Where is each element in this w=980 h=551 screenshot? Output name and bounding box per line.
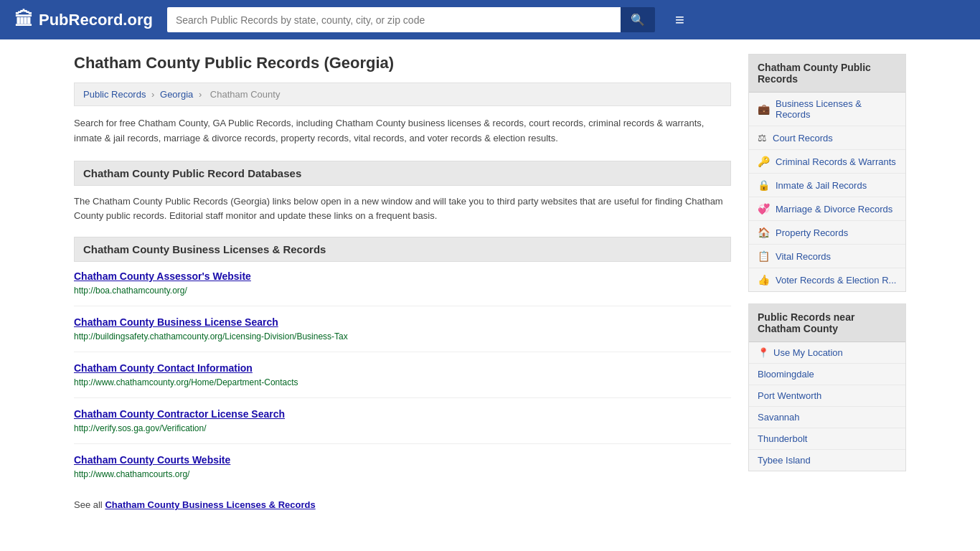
record-link[interactable]: Chatham County Business License Search	[74, 316, 731, 328]
record-link[interactable]: Chatham County Assessor's Website	[74, 270, 731, 282]
record-type-icon: ⚖	[758, 132, 767, 143]
nearby-place-item[interactable]: Tybee Island	[749, 450, 905, 471]
nearby-place-item[interactable]: Bloomingdale	[749, 364, 905, 385]
record-type-icon: 🔒	[758, 179, 770, 191]
sidebar-record-item[interactable]: 👍 Voter Records & Election R...	[749, 268, 905, 291]
record-entry: Chatham County Business License Search h…	[74, 316, 731, 352]
sidebar-record-label: Inmate & Jail Records	[776, 180, 867, 191]
sidebar-record-item[interactable]: 🔒 Inmate & Jail Records	[749, 174, 905, 197]
business-section-header: Chatham County Business Licenses & Recor…	[74, 237, 731, 262]
sidebar-record-item[interactable]: 🏠 Property Records	[749, 221, 905, 245]
record-url[interactable]: http://verify.sos.ga.gov/Verification/	[74, 423, 207, 433]
content-area: Chatham County Public Records (Georgia) …	[74, 54, 731, 510]
breadcrumb-link-georgia[interactable]: Georgia	[160, 89, 193, 100]
record-link[interactable]: Chatham County Courts Website	[74, 454, 731, 466]
sidebar: Chatham County Public Records 💼 Business…	[748, 54, 906, 510]
breadcrumb-link-public-records[interactable]: Public Records	[83, 89, 146, 100]
sidebar-record-item[interactable]: 📋 Vital Records	[749, 245, 905, 268]
record-type-icon: 📋	[758, 250, 770, 262]
record-url[interactable]: http://boa.chathamcounty.org/	[74, 286, 187, 296]
breadcrumb-separator-1: ›	[151, 89, 157, 100]
record-type-icon: 💞	[758, 203, 770, 215]
search-input[interactable]	[167, 7, 621, 32]
sidebar-record-label: Business Licenses & Records	[776, 98, 897, 120]
record-type-icon: 💼	[758, 103, 770, 115]
databases-section-desc: The Chatham County Public Records (Georg…	[74, 194, 731, 225]
menu-icon: ≡	[675, 11, 684, 29]
site-logo[interactable]: 🏛 PubRecord.org	[14, 9, 153, 31]
record-type-icon: 🏠	[758, 227, 770, 238]
breadcrumb: Public Records › Georgia › Chatham Count…	[74, 83, 731, 106]
record-entry: Chatham County Contractor License Search…	[74, 408, 731, 444]
record-type-icon: 🔑	[758, 156, 770, 167]
nearby-places-list: BloomingdalePort WentworthSavannahThunde…	[749, 364, 905, 471]
sidebar-record-label: Court Records	[773, 133, 833, 143]
logo-text: PubRecord.org	[39, 11, 153, 29]
sidebar-record-label: Voter Records & Election R...	[776, 275, 896, 286]
record-url[interactable]: http://buildingsafety.chathamcounty.org/…	[74, 331, 348, 342]
sidebar-records-list: 💼 Business Licenses & Records ⚖ Court Re…	[749, 93, 905, 291]
sidebar-record-label: Vital Records	[776, 251, 831, 262]
see-all: See all Chatham County Business Licenses…	[74, 499, 731, 510]
record-type-icon: 👍	[758, 274, 770, 286]
nearby-place-item[interactable]: Thunderbolt	[749, 428, 905, 450]
sidebar-record-item[interactable]: 💼 Business Licenses & Records	[749, 93, 905, 126]
sidebar-record-label: Marriage & Divorce Records	[776, 204, 892, 215]
intro-text: Search for free Chatham County, GA Publi…	[74, 116, 731, 146]
see-all-link[interactable]: Chatham County Business Licenses & Recor…	[105, 499, 315, 510]
nearby-place-item[interactable]: Savannah	[749, 407, 905, 428]
search-icon: 🔍	[631, 14, 645, 26]
sidebar-record-item[interactable]: ⚖ Court Records	[749, 126, 905, 150]
search-button[interactable]: 🔍	[621, 7, 655, 32]
record-link[interactable]: Chatham County Contact Information	[74, 362, 731, 374]
use-location-label: Use My Location	[773, 347, 843, 358]
main-container: Chatham County Public Records (Georgia) …	[60, 39, 920, 524]
sidebar-record-item[interactable]: 🔑 Criminal Records & Warrants	[749, 150, 905, 174]
site-header: 🏛 PubRecord.org 🔍 ≡	[0, 0, 980, 39]
record-url[interactable]: http://www.chathamcourts.org/	[74, 469, 189, 479]
records-list: Chatham County Assessor's Website http:/…	[74, 270, 731, 489]
sidebar-record-label: Criminal Records & Warrants	[776, 156, 896, 167]
sidebar-nearby-section: Public Records near Chatham County 📍 Use…	[748, 303, 906, 471]
record-entry: Chatham County Assessor's Website http:/…	[74, 270, 731, 306]
breadcrumb-separator-2: ›	[199, 89, 204, 100]
logo-icon: 🏛	[14, 9, 33, 31]
sidebar-record-item[interactable]: 💞 Marriage & Divorce Records	[749, 197, 905, 221]
page-title: Chatham County Public Records (Georgia)	[74, 54, 731, 72]
record-entry: Chatham County Courts Website http://www…	[74, 454, 731, 489]
breadcrumb-current: Chatham County	[210, 89, 281, 100]
location-icon: 📍	[758, 347, 769, 358]
sidebar-records-title: Chatham County Public Records	[749, 55, 905, 93]
search-area: 🔍	[167, 7, 655, 32]
nearby-place-item[interactable]: Port Wentworth	[749, 385, 905, 407]
databases-section-header: Chatham County Public Record Databases	[74, 161, 731, 186]
menu-button[interactable]: ≡	[675, 11, 684, 29]
see-all-label: See all	[74, 499, 103, 510]
sidebar-nearby-title: Public Records near Chatham County	[749, 304, 905, 342]
record-link[interactable]: Chatham County Contractor License Search	[74, 408, 731, 420]
sidebar-records-section: Chatham County Public Records 💼 Business…	[748, 54, 906, 292]
record-entry: Chatham County Contact Information http:…	[74, 362, 731, 398]
record-url[interactable]: http://www.chathamcounty.org/Home/Depart…	[74, 377, 298, 387]
use-my-location[interactable]: 📍 Use My Location	[749, 342, 905, 364]
sidebar-record-label: Property Records	[776, 227, 848, 238]
